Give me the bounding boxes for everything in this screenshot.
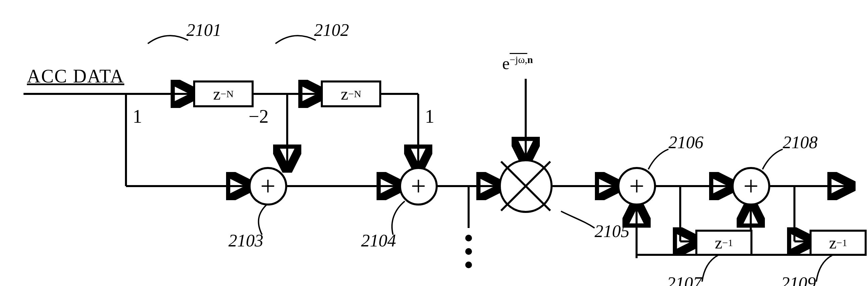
plus-icon: + [411, 171, 426, 202]
ref-2104: 2104 [361, 231, 396, 250]
ref-2102: 2102 [314, 20, 349, 40]
ellipsis-dot [465, 248, 472, 255]
adder-2106: + [617, 167, 656, 206]
exp-input-label: e−jω,n [502, 53, 533, 73]
ellipsis-dot [465, 261, 472, 268]
coeff-tap3: 1 [425, 106, 434, 127]
ref-2108: 2108 [783, 133, 817, 152]
plus-icon: + [260, 171, 275, 202]
plus-icon: + [629, 171, 644, 202]
ref-2105: 2105 [595, 221, 629, 241]
delay-block-2109: z−1 [810, 230, 867, 256]
input-label: ACC DATA [27, 65, 124, 87]
ref-2109: 2109 [781, 273, 816, 286]
ref-2107: 2107 [667, 273, 702, 286]
ref-2101: 2101 [186, 20, 221, 40]
adder-2104: + [399, 167, 438, 206]
adder-2103: + [249, 167, 287, 206]
ref-2106: 2106 [669, 133, 704, 152]
delay-block-2101: z−N [193, 80, 254, 107]
delay-2102-base: z [341, 84, 348, 104]
ref-2103: 2103 [228, 231, 264, 250]
delay-2107-sup: −1 [722, 237, 733, 248]
plus-icon: + [743, 171, 758, 202]
delay-2109-sup: −1 [836, 237, 847, 248]
delay-block-2102: z−N [321, 80, 381, 107]
adder-2108: + [732, 167, 770, 206]
exp-sup: −jω, [509, 54, 527, 65]
ellipsis-dot [465, 235, 472, 241]
delay-2101-sup: −N [221, 88, 234, 100]
exp-sup-n: n [527, 54, 533, 65]
block-diagram: ACC DATA z−N z−N 1 −2 1 + + + + e−jω,n z… [0, 0, 868, 286]
delay-2109-base: z [829, 233, 836, 252]
delay-block-2107: z−1 [695, 230, 752, 256]
delay-2107-base: z [715, 233, 722, 252]
exp-base: e [502, 54, 509, 73]
coeff-tap2: −2 [249, 106, 269, 127]
multiplier-2105 [499, 159, 553, 213]
coeff-tap1: 1 [133, 106, 142, 127]
delay-2102-sup: −N [348, 88, 362, 100]
delay-2101-base: z [213, 84, 221, 104]
